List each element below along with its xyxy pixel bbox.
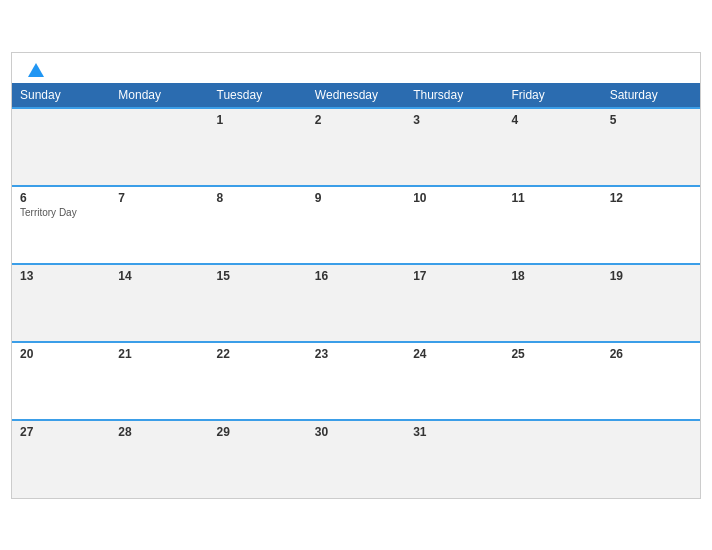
day-number: 31 <box>413 425 495 439</box>
calendar-cell <box>110 108 208 186</box>
day-number: 16 <box>315 269 397 283</box>
calendar-cell: 18 <box>503 264 601 342</box>
day-number: 1 <box>217 113 299 127</box>
calendar-cell: 14 <box>110 264 208 342</box>
calendar-cell: 11 <box>503 186 601 264</box>
calendar-cell: 27 <box>12 420 110 498</box>
weekday-header-wednesday: Wednesday <box>307 83 405 108</box>
calendar-week-2: 6Territory Day789101112 <box>12 186 700 264</box>
day-number: 8 <box>217 191 299 205</box>
calendar-week-4: 20212223242526 <box>12 342 700 420</box>
calendar-cell: 19 <box>602 264 700 342</box>
calendar-cell: 15 <box>209 264 307 342</box>
calendar-cell: 1 <box>209 108 307 186</box>
calendar-week-1: 12345 <box>12 108 700 186</box>
calendar-week-5: 2728293031 <box>12 420 700 498</box>
day-number: 25 <box>511 347 593 361</box>
day-number: 17 <box>413 269 495 283</box>
calendar-cell: 25 <box>503 342 601 420</box>
weekday-row: SundayMondayTuesdayWednesdayThursdayFrid… <box>12 83 700 108</box>
calendar-cell: 23 <box>307 342 405 420</box>
day-number: 24 <box>413 347 495 361</box>
day-number: 18 <box>511 269 593 283</box>
calendar-cell: 28 <box>110 420 208 498</box>
day-number: 14 <box>118 269 200 283</box>
calendar-weekdays: SundayMondayTuesdayWednesdayThursdayFrid… <box>12 83 700 108</box>
logo <box>28 63 46 77</box>
calendar-cell: 12 <box>602 186 700 264</box>
day-number: 9 <box>315 191 397 205</box>
calendar-cell: 30 <box>307 420 405 498</box>
weekday-header-saturday: Saturday <box>602 83 700 108</box>
day-number: 3 <box>413 113 495 127</box>
day-number: 4 <box>511 113 593 127</box>
day-number: 30 <box>315 425 397 439</box>
day-number: 28 <box>118 425 200 439</box>
day-number: 7 <box>118 191 200 205</box>
day-number: 15 <box>217 269 299 283</box>
calendar-week-3: 13141516171819 <box>12 264 700 342</box>
day-event: Territory Day <box>20 207 102 218</box>
calendar-header <box>12 53 700 83</box>
day-number: 22 <box>217 347 299 361</box>
day-number: 23 <box>315 347 397 361</box>
day-number: 5 <box>610 113 692 127</box>
calendar-cell: 16 <box>307 264 405 342</box>
calendar-cell: 21 <box>110 342 208 420</box>
calendar-cell <box>503 420 601 498</box>
day-number: 19 <box>610 269 692 283</box>
calendar-cell: 10 <box>405 186 503 264</box>
weekday-header-monday: Monday <box>110 83 208 108</box>
logo-triangle-icon <box>28 63 44 77</box>
day-number: 27 <box>20 425 102 439</box>
day-number: 26 <box>610 347 692 361</box>
calendar-cell <box>12 108 110 186</box>
calendar-cell: 9 <box>307 186 405 264</box>
calendar-cell: 8 <box>209 186 307 264</box>
calendar-cell: 13 <box>12 264 110 342</box>
calendar-cell: 17 <box>405 264 503 342</box>
calendar-cell: 6Territory Day <box>12 186 110 264</box>
calendar-cell: 20 <box>12 342 110 420</box>
day-number: 2 <box>315 113 397 127</box>
calendar: SundayMondayTuesdayWednesdayThursdayFrid… <box>11 52 701 499</box>
calendar-cell: 5 <box>602 108 700 186</box>
calendar-cell: 29 <box>209 420 307 498</box>
day-number: 10 <box>413 191 495 205</box>
calendar-cell: 24 <box>405 342 503 420</box>
calendar-cell: 4 <box>503 108 601 186</box>
day-number: 6 <box>20 191 102 205</box>
calendar-cell: 22 <box>209 342 307 420</box>
logo-blue-bar <box>28 63 46 77</box>
day-number: 21 <box>118 347 200 361</box>
calendar-body: 123456Territory Day789101112131415161718… <box>12 108 700 498</box>
weekday-header-thursday: Thursday <box>405 83 503 108</box>
calendar-grid: SundayMondayTuesdayWednesdayThursdayFrid… <box>12 83 700 498</box>
weekday-header-sunday: Sunday <box>12 83 110 108</box>
calendar-cell <box>602 420 700 498</box>
calendar-cell: 26 <box>602 342 700 420</box>
calendar-cell: 31 <box>405 420 503 498</box>
calendar-cell: 3 <box>405 108 503 186</box>
calendar-cell: 7 <box>110 186 208 264</box>
weekday-header-friday: Friday <box>503 83 601 108</box>
weekday-header-tuesday: Tuesday <box>209 83 307 108</box>
calendar-cell: 2 <box>307 108 405 186</box>
day-number: 29 <box>217 425 299 439</box>
day-number: 13 <box>20 269 102 283</box>
day-number: 11 <box>511 191 593 205</box>
day-number: 20 <box>20 347 102 361</box>
day-number: 12 <box>610 191 692 205</box>
